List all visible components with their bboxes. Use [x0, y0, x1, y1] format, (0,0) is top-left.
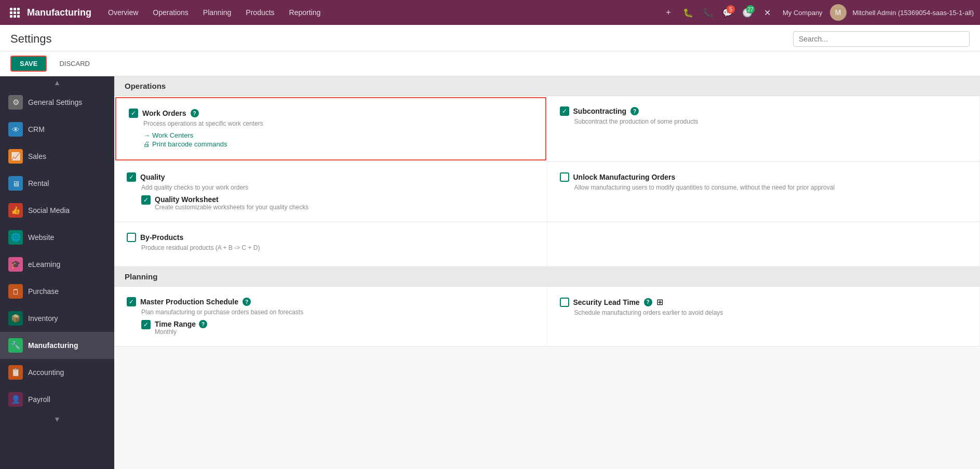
- planning-section-header: Planning: [114, 267, 980, 287]
- sidebar-label-sales: Sales: [28, 152, 46, 160]
- payroll-icon: 👤: [8, 392, 23, 407]
- nav-planning[interactable]: Planning: [197, 5, 238, 20]
- quality-worksheet-checkbox[interactable]: [141, 195, 151, 205]
- time-range-subsetting: Time Range ? Monthly: [141, 320, 534, 336]
- close-icon[interactable]: ✕: [759, 4, 775, 21]
- work-centers-link[interactable]: → Work Centers: [143, 131, 533, 139]
- quality-checkbox[interactable]: [127, 172, 136, 182]
- security-lead-time-title: Security Lead Time: [573, 298, 640, 306]
- bug-icon[interactable]: 🐛: [680, 4, 696, 21]
- sales-icon: 📈: [8, 149, 23, 164]
- sidebar-label-manufacturing: Manufacturing: [28, 341, 78, 350]
- by-products-checkbox[interactable]: [127, 233, 136, 242]
- sidebar-item-general[interactable]: ⚙ General Settings: [0, 89, 114, 116]
- apps-menu-icon[interactable]: [6, 4, 23, 21]
- by-products-title: By-Products: [140, 233, 183, 242]
- elearning-icon: 🎓: [8, 257, 23, 272]
- nav-products[interactable]: Products: [239, 5, 280, 20]
- setting-master-production: Master Production Schedule ? Plan manufa…: [114, 287, 547, 346]
- sidebar-scroll-up[interactable]: ▲: [0, 76, 114, 89]
- master-production-checkbox[interactable]: [127, 297, 136, 306]
- crm-icon: 👁: [8, 122, 23, 137]
- sidebar-item-sales[interactable]: 📈 Sales: [0, 143, 114, 170]
- work-orders-checkbox[interactable]: [129, 109, 138, 118]
- nav-overview[interactable]: Overview: [102, 5, 144, 20]
- nav-reporting[interactable]: Reporting: [283, 5, 327, 20]
- sidebar-item-purchase[interactable]: 🗒 Purchase: [0, 278, 114, 305]
- save-button[interactable]: SAVE: [10, 56, 47, 72]
- unlock-manufacturing-checkbox[interactable]: [560, 172, 569, 182]
- website-icon: 🌐: [8, 230, 23, 245]
- security-lead-time-desc: Schedule manufacturing orders earlier to…: [574, 309, 968, 316]
- subcontracting-desc: Subcontract the production of some produ…: [574, 118, 968, 125]
- search-input[interactable]: [793, 31, 970, 47]
- work-orders-title: Work Orders: [142, 109, 186, 117]
- toolbar: SAVE DISCARD: [0, 51, 980, 76]
- top-nav: Manufacturing Overview Operations Planni…: [0, 0, 980, 25]
- subcontracting-checkbox[interactable]: [560, 106, 569, 116]
- master-production-desc: Plan manufacturing or purchase orders ba…: [141, 309, 534, 316]
- phone-icon[interactable]: 📞: [700, 4, 716, 21]
- setting-empty-right: [547, 222, 981, 266]
- print-barcode-link[interactable]: 🖨 Print barcode commands: [143, 140, 533, 148]
- sidebar-item-social[interactable]: 👍 Social Media: [0, 197, 114, 224]
- sidebar-label-crm: CRM: [28, 125, 45, 133]
- time-range-checkbox[interactable]: [141, 320, 151, 329]
- clock-icon[interactable]: 🕐 27: [739, 4, 756, 21]
- social-icon: 👍: [8, 203, 23, 218]
- discard-button[interactable]: DISCARD: [51, 57, 98, 71]
- security-lead-time-help[interactable]: ?: [644, 298, 652, 306]
- quality-worksheet-title: Quality Worksheet: [155, 195, 308, 204]
- sidebar-label-website: Website: [28, 233, 54, 242]
- avatar[interactable]: M: [830, 4, 847, 21]
- subcontracting-help[interactable]: ?: [630, 107, 639, 115]
- sidebar: ▲ ⚙ General Settings 👁 CRM 📈 Sales 🖥 Ren…: [0, 76, 114, 469]
- sidebar-label-elearning: eLearning: [28, 260, 60, 269]
- quality-worksheet-subsetting: Quality Worksheet Create customizable wo…: [141, 195, 534, 211]
- setting-quality: Quality Add quality checks to your work …: [114, 162, 547, 222]
- work-orders-desc: Process operations at specific work cent…: [143, 120, 533, 127]
- quality-title: Quality: [140, 173, 165, 181]
- add-button[interactable]: +: [660, 4, 677, 21]
- sidebar-label-inventory: Inventory: [28, 314, 58, 323]
- sidebar-label-rental: Rental: [28, 179, 49, 187]
- sidebar-item-website[interactable]: 🌐 Website: [0, 224, 114, 251]
- inventory-icon: 📦: [8, 311, 23, 326]
- accounting-icon: 📋: [8, 365, 23, 380]
- master-production-help[interactable]: ?: [243, 298, 251, 306]
- quality-desc: Add quality checks to your work orders: [141, 184, 534, 191]
- security-lead-time-checkbox[interactable]: [560, 298, 569, 307]
- sidebar-item-inventory[interactable]: 📦 Inventory: [0, 305, 114, 332]
- nav-operations[interactable]: Operations: [146, 5, 194, 20]
- subcontracting-title: Subcontracting: [573, 107, 627, 115]
- sidebar-item-crm[interactable]: 👁 CRM: [0, 116, 114, 143]
- unlock-manufacturing-title: Unlock Manufacturing Orders: [573, 173, 676, 181]
- quality-worksheet-desc: Create customizable worksheets for your …: [155, 204, 308, 211]
- sidebar-label-purchase: Purchase: [28, 287, 59, 296]
- work-orders-help[interactable]: ?: [191, 109, 199, 117]
- time-range-help[interactable]: ?: [199, 320, 207, 328]
- time-range-value: Monthly: [155, 328, 207, 336]
- sidebar-scroll-down[interactable]: ▼: [0, 413, 114, 425]
- sidebar-label-general: General Settings: [28, 98, 82, 106]
- sidebar-item-manufacturing[interactable]: 🔧 Manufacturing: [0, 332, 114, 359]
- chat-icon[interactable]: 💬 5: [719, 4, 736, 21]
- app-brand: Manufacturing: [27, 7, 91, 18]
- sidebar-label-payroll: Payroll: [28, 395, 50, 404]
- manufacturing-icon: 🔧: [8, 338, 23, 353]
- sidebar-item-payroll[interactable]: 👤 Payroll: [0, 386, 114, 413]
- master-production-title: Master Production Schedule: [140, 298, 238, 306]
- purchase-icon: 🗒: [8, 284, 23, 299]
- rental-icon: 🖥: [8, 176, 23, 191]
- sidebar-item-accounting[interactable]: 📋 Accounting: [0, 359, 114, 386]
- company-name: My Company: [783, 9, 823, 17]
- sidebar-label-social: Social Media: [28, 206, 70, 215]
- chat-badge: 5: [727, 5, 735, 14]
- work-orders-links: → Work Centers 🖨 Print barcode commands: [143, 131, 533, 148]
- time-range-title: Time Range: [155, 320, 196, 328]
- sidebar-item-rental[interactable]: 🖥 Rental: [0, 170, 114, 197]
- setting-unlock-manufacturing: Unlock Manufacturing Orders Allow manufa…: [547, 162, 981, 222]
- page-title: Settings: [10, 32, 52, 46]
- user-name: Mitchell Admin (15369054-saas-15-1-all): [853, 9, 974, 17]
- sidebar-item-elearning[interactable]: 🎓 eLearning: [0, 251, 114, 278]
